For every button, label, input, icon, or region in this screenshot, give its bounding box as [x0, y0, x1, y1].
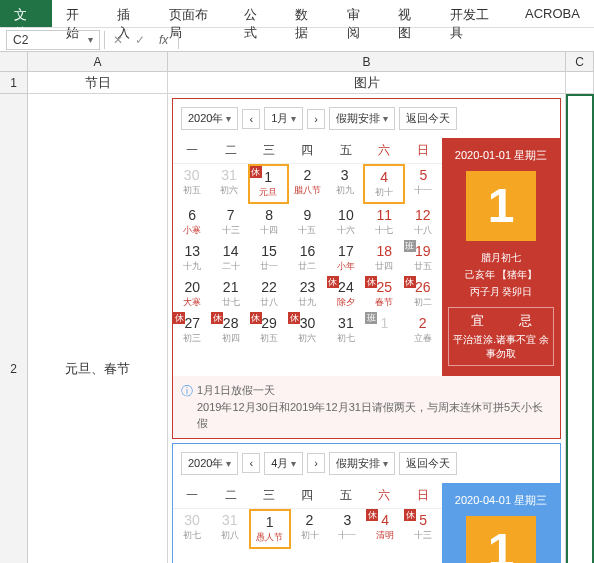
col-header-a[interactable]: A — [28, 52, 168, 71]
year-select[interactable]: 2020年▾ — [181, 452, 238, 475]
ribbon-tab-7[interactable]: 视图 — [384, 0, 436, 27]
day-cell[interactable]: 31初八 — [211, 509, 249, 549]
confirm-icon[interactable]: ✓ — [131, 33, 149, 47]
month-select[interactable]: 1月▾ — [264, 107, 303, 130]
ribbon-tabs: 文件开始插入页面布局公式数据审阅视图开发工具ACROBA — [0, 0, 594, 28]
day-cell[interactable]: 30初五 — [173, 164, 210, 204]
day-cell[interactable]: 休25春节 — [365, 276, 403, 312]
next-month-button[interactable]: › — [307, 453, 325, 473]
day-cell[interactable]: 休5十三 — [404, 509, 442, 549]
cancel-icon[interactable]: ✕ — [109, 33, 127, 47]
day-number: 8 — [251, 207, 287, 223]
prev-month-button[interactable]: ‹ — [242, 109, 260, 129]
holiday-select[interactable]: 假期安排▾ — [329, 107, 395, 130]
cell-b1[interactable]: 图片 — [168, 72, 566, 94]
day-number: 31 — [212, 512, 248, 528]
day-cell[interactable]: 7十三 — [211, 204, 249, 240]
day-cell[interactable]: 班19廿五 — [404, 240, 442, 276]
cell-b2[interactable]: 2020年▾ ‹ 1月▾ › 假期安排▾ 返回今天 一二三四五六日 30初五31… — [168, 94, 566, 563]
ribbon-tab-4[interactable]: 公式 — [230, 0, 282, 27]
table-row: 2 元旦、春节 2020年▾ ‹ 1月▾ › 假期安排▾ 返回今天 一二三四五六… — [0, 94, 594, 563]
day-cell[interactable]: 1愚人节 — [249, 509, 291, 549]
day-cell[interactable]: 12十八 — [404, 204, 442, 240]
month-select[interactable]: 4月▾ — [264, 452, 303, 475]
day-number: 30 — [174, 167, 209, 183]
table-row: 1 节日 图片 — [0, 72, 594, 94]
tip-line-2: 2019年12月30日和2019年12月31日请假两天，与周末连休可拼5天小长假 — [197, 399, 552, 432]
day-cell[interactable]: 31初六 — [210, 164, 247, 204]
fx-icon[interactable]: fx — [153, 33, 174, 47]
day-cell[interactable]: 23廿九 — [288, 276, 326, 312]
ribbon-tab-8[interactable]: 开发工具 — [436, 0, 511, 27]
day-cell[interactable]: 3初九 — [326, 164, 363, 204]
yi-ji-text: 平治道涂.诸事不宜 余事勿取 — [453, 333, 549, 361]
day-cell[interactable]: 21廿七 — [211, 276, 249, 312]
day-cell[interactable]: 2腊八节 — [289, 164, 326, 204]
day-cell[interactable]: 5十一 — [405, 164, 442, 204]
day-cell[interactable]: 20大寒 — [173, 276, 211, 312]
day-cell[interactable]: 班1 — [365, 312, 403, 348]
day-cell[interactable]: 休1元旦 — [248, 164, 289, 204]
today-button[interactable]: 返回今天 — [399, 452, 457, 475]
col-header-c[interactable]: C — [566, 52, 594, 71]
rest-badge: 休 — [250, 312, 262, 324]
ribbon-tab-9[interactable]: ACROBA — [511, 0, 594, 27]
day-cell[interactable]: 4初十 — [363, 164, 404, 204]
day-subtitle: 初二 — [405, 296, 441, 309]
day-cell[interactable]: 14二十 — [211, 240, 249, 276]
row-header-1[interactable]: 1 — [0, 72, 28, 94]
cell-a2[interactable]: 元旦、春节 — [28, 94, 168, 563]
ribbon-tab-0[interactable]: 文件 — [0, 0, 52, 27]
day-cell[interactable]: 2立春 — [404, 312, 442, 348]
day-cell[interactable]: 18廿四 — [365, 240, 403, 276]
day-cell[interactable]: 8十四 — [250, 204, 288, 240]
day-cell[interactable]: 17小年 — [327, 240, 365, 276]
ribbon-tab-5[interactable]: 数据 — [281, 0, 333, 27]
cell-c2[interactable] — [566, 94, 594, 563]
select-all-corner[interactable] — [0, 52, 28, 71]
day-cell[interactable]: 22廿八 — [250, 276, 288, 312]
ribbon-tab-6[interactable]: 审阅 — [333, 0, 385, 27]
day-cell[interactable]: 16廿二 — [288, 240, 326, 276]
cell-reference[interactable]: C2 ▾ — [6, 30, 100, 50]
day-cell[interactable]: 15廿一 — [250, 240, 288, 276]
day-number: 13 — [174, 243, 210, 259]
day-cell[interactable]: 休26初二 — [404, 276, 442, 312]
side-lunar: 腊月初七 — [448, 251, 554, 265]
next-month-button[interactable]: › — [307, 109, 325, 129]
day-subtitle: 初六 — [211, 184, 246, 197]
day-cell[interactable]: 休30初六 — [288, 312, 326, 348]
chevron-down-icon: ▾ — [291, 113, 296, 124]
ribbon-tab-1[interactable]: 开始 — [52, 0, 104, 27]
cell-c1[interactable] — [566, 72, 594, 94]
day-cell[interactable]: 31初七 — [327, 312, 365, 348]
cell-ref-text: C2 — [13, 33, 28, 47]
day-cell[interactable]: 10十六 — [327, 204, 365, 240]
ribbon-tab-3[interactable]: 页面布局 — [155, 0, 230, 27]
day-cell[interactable]: 11十七 — [365, 204, 403, 240]
today-button[interactable]: 返回今天 — [399, 107, 457, 130]
day-cell[interactable]: 休24除夕 — [327, 276, 365, 312]
day-cell[interactable]: 2初十 — [291, 509, 329, 549]
weekday-cell: 日 — [404, 483, 442, 509]
rest-badge: 休 — [366, 509, 378, 521]
year-select[interactable]: 2020年▾ — [181, 107, 238, 130]
cell-a1[interactable]: 节日 — [28, 72, 168, 94]
day-cell[interactable]: 休29初五 — [250, 312, 288, 348]
day-cell[interactable]: 30初七 — [173, 509, 211, 549]
day-cell[interactable]: 休4清明 — [366, 509, 404, 549]
day-cell[interactable]: 13十九 — [173, 240, 211, 276]
rest-badge: 休 — [404, 276, 416, 288]
chevron-down-icon: ▾ — [226, 113, 231, 124]
row-header-2[interactable]: 2 — [0, 94, 28, 563]
day-cell[interactable]: 休27初三 — [173, 312, 211, 348]
day-cell[interactable]: 休28初四 — [211, 312, 249, 348]
col-header-b[interactable]: B — [168, 52, 566, 71]
holiday-select[interactable]: 假期安排▾ — [329, 452, 395, 475]
day-cell[interactable]: 6小寒 — [173, 204, 211, 240]
day-cell[interactable]: 9十五 — [288, 204, 326, 240]
day-cell[interactable]: 3十一 — [328, 509, 366, 549]
day-subtitle: 十一 — [329, 529, 365, 542]
ribbon-tab-2[interactable]: 插入 — [103, 0, 155, 27]
prev-month-button[interactable]: ‹ — [242, 453, 260, 473]
